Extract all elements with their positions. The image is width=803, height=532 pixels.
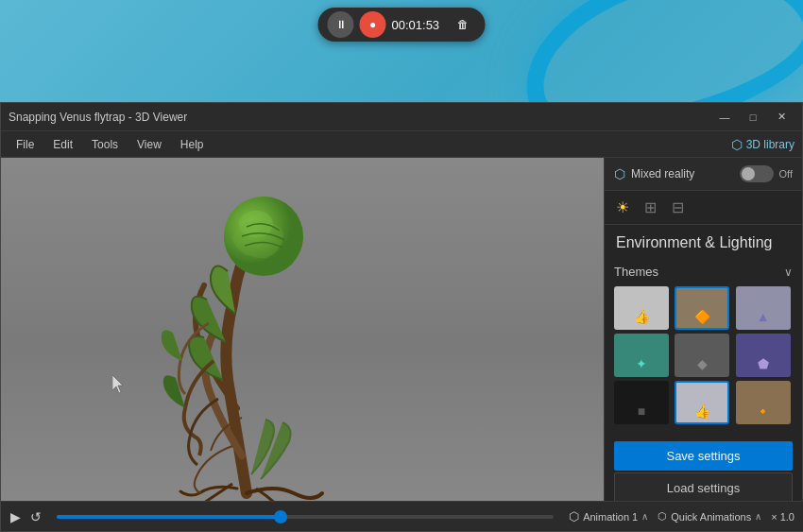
status-bar: ▶ ↺ ⬡ Animation 1 ∧ ⬡ Quick Animations ∧… [1,501,803,531]
theme-item[interactable]: ⬟ [736,334,791,377]
menu-file[interactable]: File [9,136,42,153]
mixed-reality-header: ⬡ Mixed reality Off [605,158,802,191]
window-controls: — □ ✕ [711,108,794,127]
pause-button[interactable]: ⏸ [328,11,354,38]
theme-item[interactable]: ✦ [614,334,669,377]
quick-animations-control: ⬡ Quick Animations ∧ [658,510,761,523]
lighting-tab[interactable]: ☀ [614,197,631,218]
window-title: Snapping Venus flytrap - 3D Viewer [9,111,711,124]
menu-help[interactable]: Help [173,136,212,153]
mixed-reality-icon: ⬡ [614,166,625,181]
save-settings-button[interactable]: Save settings [614,441,793,471]
stop-button[interactable]: ● [360,11,386,38]
theme-item[interactable]: 👍 [675,381,729,424]
themes-section: Themes ∨ 👍 🔶 ▲ [605,257,802,436]
animation-label[interactable]: Animation 1 [583,511,638,523]
app-window: Snapping Venus flytrap - 3D Viewer — □ ✕… [0,102,803,532]
delete-button[interactable]: 🗑 [450,11,476,38]
load-settings-button[interactable]: Load settings [614,472,793,504]
themes-label: Themes [614,265,658,279]
menu-view[interactable]: View [129,136,169,153]
mixed-reality-state: Off [779,168,793,180]
quick-anim-chevron-icon[interactable]: ∧ [755,511,761,522]
theme-grid: 👍 🔶 ▲ ✦ ◆ ⬟ [614,286,793,424]
progress-bar[interactable] [57,515,554,519]
progress-thumb[interactable] [274,510,287,523]
themes-header: Themes ∨ [614,261,793,286]
animation-icon: ⬡ [569,509,579,523]
theme-item[interactable]: 🔸 [736,381,791,424]
action-buttons: Save settings Load settings [605,436,802,509]
quick-animations-label[interactable]: Quick Animations [671,511,751,523]
theme-item[interactable]: 🔶 [675,286,729,330]
menu-tools[interactable]: Tools [84,136,126,153]
3d-library-button[interactable]: ⬡ 3D library [731,137,794,152]
themes-chevron-icon[interactable]: ∨ [784,266,793,279]
title-bar: Snapping Venus flytrap - 3D Viewer — □ ✕ [1,103,802,131]
menu-edit[interactable]: Edit [45,136,80,153]
plant-model [124,172,369,503]
record-time: 00:01:53 [392,18,444,32]
3d-viewport[interactable] [1,158,604,531]
theme-item[interactable]: ◆ [675,334,729,377]
grid-tab[interactable]: ⊟ [670,197,686,218]
mixed-reality-toggle[interactable] [740,165,774,182]
animation-chevron-icon[interactable]: ∧ [641,511,648,522]
environment-tab[interactable]: ⊞ [642,197,658,218]
section-title: Environment & Lighting [605,225,802,257]
theme-item[interactable]: 👍 [614,286,669,330]
content-area: ⬡ Mixed reality Off ☀ ⊞ ⊟ Environment & … [1,158,802,531]
close-button[interactable]: ✕ [768,108,794,127]
minimize-button[interactable]: — [711,108,738,127]
progress-fill [57,515,281,519]
3d-library-icon: ⬡ [731,137,743,152]
play-button[interactable]: ▶ [10,509,21,524]
menu-bar: File Edit Tools View Help ⬡ 3D library [1,131,802,158]
theme-item[interactable]: ■ [614,381,669,424]
mixed-reality-label: Mixed reality [631,167,734,180]
maximize-button[interactable]: □ [740,108,766,127]
theme-item[interactable]: ▲ [736,286,791,330]
scale-display[interactable]: × 1.0 [771,511,794,523]
animation-control: ⬡ Animation 1 ∧ [569,509,648,523]
record-toolbar: ⏸ ● 00:01:53 🗑 [318,8,486,42]
quick-animation-icon: ⬡ [658,510,667,523]
toggle-knob [742,167,755,180]
3d-library-label: 3D library [746,138,794,151]
loop-button[interactable]: ↺ [30,509,42,524]
panel-icon-tabs: ☀ ⊞ ⊟ [605,191,802,225]
right-panel: ⬡ Mixed reality Off ☀ ⊞ ⊟ Environment & … [604,158,802,531]
